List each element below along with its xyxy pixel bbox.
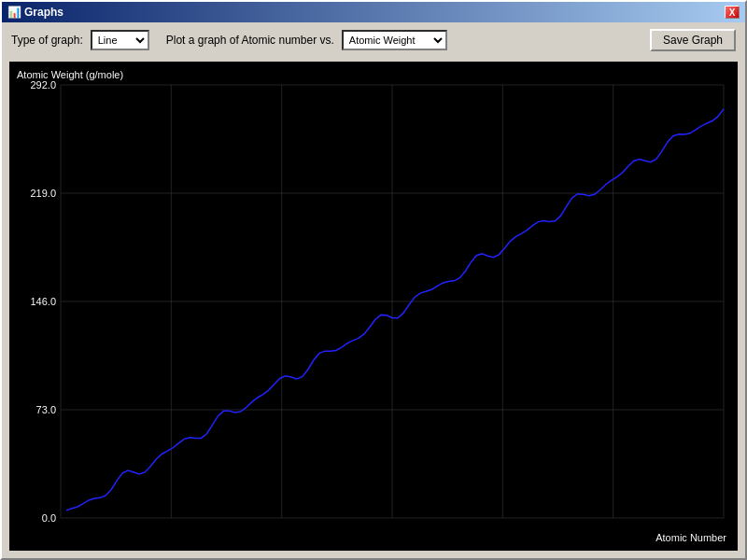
window-title: Graphs [24,6,63,19]
y-axis-select[interactable]: Atomic Weight Atomic Radius Electronegat… [342,30,447,50]
title-bar-left: 📊 Graphs [7,6,63,19]
x-axis-label: Atomic Number [655,532,726,543]
title-bar: 📊 Graphs X [2,2,745,22]
plot-label: Plot a graph of Atomic number vs. [166,34,334,47]
toolbar: Type of graph: Line Bar Scatter Plot a g… [2,22,745,58]
y-axis-label: Atomic Weight (g/mole) [17,69,123,80]
save-graph-button[interactable]: Save Graph [650,29,736,51]
app-icon: 📊 [7,6,21,19]
graph-type-label: Type of graph: [11,34,83,47]
graph-canvas [9,62,738,551]
graph-type-select[interactable]: Line Bar Scatter [91,30,149,50]
main-window: 📊 Graphs X Type of graph: Line Bar Scatt… [0,0,747,560]
chart-area: Atomic Weight (g/mole) Atomic Number [9,62,738,551]
close-button[interactable]: X [725,6,740,19]
